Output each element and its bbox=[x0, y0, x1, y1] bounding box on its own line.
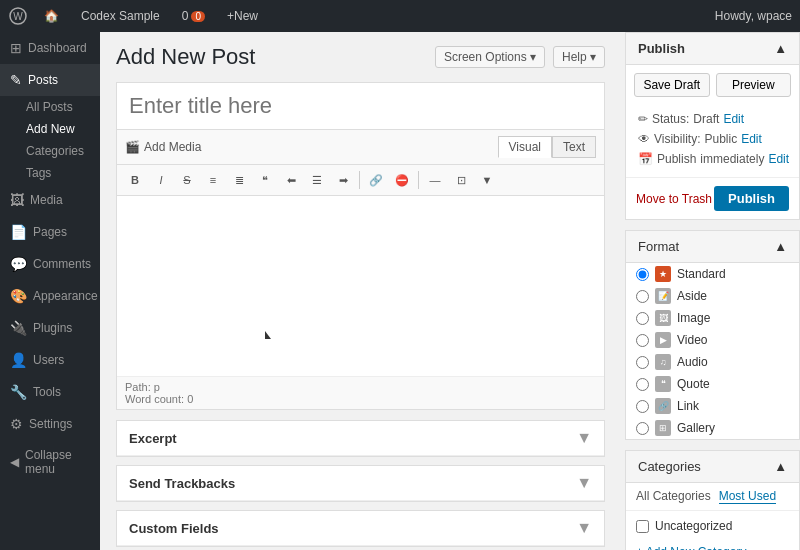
format-item-standard[interactable]: ★ Standard bbox=[626, 263, 799, 285]
sidebar-item-appearance[interactable]: 🎨 Appearance bbox=[0, 280, 100, 312]
editor-tabs: Visual Text bbox=[498, 136, 596, 158]
add-new-category-link[interactable]: + Add New Category bbox=[626, 541, 799, 550]
align-left-button[interactable]: ⬅ bbox=[279, 169, 303, 191]
status-row: ✏ Status: Draft Edit bbox=[638, 109, 787, 129]
strikethrough-button[interactable]: S bbox=[175, 169, 199, 191]
customfields-toggle[interactable]: ▼ bbox=[576, 519, 592, 537]
admin-bar-home[interactable]: 🏠 bbox=[38, 0, 65, 32]
wp-logo-icon[interactable]: W bbox=[8, 6, 28, 26]
status-edit-link[interactable]: Edit bbox=[723, 112, 744, 126]
unlink-button[interactable]: ⛔ bbox=[390, 169, 414, 191]
align-right-button[interactable]: ➡ bbox=[331, 169, 355, 191]
sidebar-sub-categories[interactable]: Categories bbox=[0, 140, 100, 162]
tab-most-used[interactable]: Most Used bbox=[719, 489, 776, 504]
link-button[interactable]: 🔗 bbox=[364, 169, 388, 191]
editor-wrap: 🎬 Add Media Visual Text B I S ≡ ≣ ❝ ⬅ bbox=[116, 82, 605, 410]
screen-options-bar: Screen Options ▾ Help ▾ bbox=[435, 46, 605, 68]
sidebar-item-media[interactable]: 🖼 Media bbox=[0, 184, 100, 216]
sidebar-item-settings[interactable]: ⚙ Settings bbox=[0, 408, 100, 440]
publish-time-edit-link[interactable]: Edit bbox=[768, 152, 789, 166]
add-media-button[interactable]: 🎬 Add Media bbox=[125, 140, 201, 154]
show-toolbar-button[interactable]: ▼ bbox=[475, 169, 499, 191]
format-radio-link[interactable] bbox=[636, 400, 649, 413]
publish-button[interactable]: Publish bbox=[714, 186, 789, 211]
dashboard-icon: ⊞ bbox=[10, 40, 22, 56]
sidebar-item-label: Appearance bbox=[33, 289, 98, 303]
unordered-list-button[interactable]: ≡ bbox=[201, 169, 225, 191]
sidebar-item-pages[interactable]: 📄 Pages bbox=[0, 216, 100, 248]
collapse-menu[interactable]: ◀ Collapse menu bbox=[0, 440, 100, 484]
users-icon: 👤 bbox=[10, 352, 27, 368]
right-column: Publish ▲ Save Draft Preview ✏ Status: D… bbox=[615, 32, 800, 550]
format-item-aside[interactable]: 📝 Aside bbox=[626, 285, 799, 307]
distraction-free-button[interactable]: ⊡ bbox=[449, 169, 473, 191]
insert-more-button[interactable]: — bbox=[423, 169, 447, 191]
format-radio-standard[interactable] bbox=[636, 268, 649, 281]
tab-text[interactable]: Text bbox=[552, 136, 596, 158]
admin-bar-new[interactable]: + New bbox=[221, 0, 264, 32]
content-area: Add New Post Screen Options ▾ Help ▾ 🎬 A… bbox=[100, 32, 800, 550]
excerpt-title: Excerpt bbox=[129, 431, 177, 446]
format-item-gallery[interactable]: ⊞ Gallery bbox=[626, 417, 799, 439]
bold-button[interactable]: B bbox=[123, 169, 147, 191]
visibility-edit-link[interactable]: Edit bbox=[741, 132, 762, 146]
publish-footer: Move to Trash Publish bbox=[626, 177, 799, 219]
move-to-trash-link[interactable]: Move to Trash bbox=[636, 192, 712, 206]
format-radio-quote[interactable] bbox=[636, 378, 649, 391]
status-icon: ✏ bbox=[638, 112, 648, 126]
format-item-quote[interactable]: ❝ Quote bbox=[626, 373, 799, 395]
audio-icon: ♫ bbox=[655, 354, 671, 370]
category-checkbox-uncategorized[interactable] bbox=[636, 520, 649, 533]
help-button[interactable]: Help ▾ bbox=[553, 46, 605, 68]
screen-options-button[interactable]: Screen Options ▾ bbox=[435, 46, 545, 68]
sidebar-item-posts[interactable]: ✎ Posts bbox=[0, 64, 100, 96]
admin-bar-notifications[interactable]: 0 0 bbox=[176, 0, 211, 32]
blockquote-button[interactable]: ❝ bbox=[253, 169, 277, 191]
sidebar-item-tools[interactable]: 🔧 Tools bbox=[0, 376, 100, 408]
trackbacks-title: Send Trackbacks bbox=[129, 476, 235, 491]
format-item-video[interactable]: ▶ Video bbox=[626, 329, 799, 351]
save-draft-button[interactable]: Save Draft bbox=[634, 73, 710, 97]
sidebar-item-comments[interactable]: 💬 Comments bbox=[0, 248, 100, 280]
format-item-link[interactable]: 🔗 Link bbox=[626, 395, 799, 417]
format-radio-aside[interactable] bbox=[636, 290, 649, 303]
sidebar-item-dashboard[interactable]: ⊞ Dashboard bbox=[0, 32, 100, 64]
align-center-button[interactable]: ☰ bbox=[305, 169, 329, 191]
format-radio-audio[interactable] bbox=[636, 356, 649, 369]
pages-icon: 📄 bbox=[10, 224, 27, 240]
comments-icon: 💬 bbox=[10, 256, 27, 272]
sidebar-item-label: Posts bbox=[28, 73, 58, 87]
trackbacks-header[interactable]: Send Trackbacks ▼ bbox=[117, 466, 604, 501]
editor-body[interactable] bbox=[117, 196, 604, 376]
customfields-title: Custom Fields bbox=[129, 521, 219, 536]
format-item-image[interactable]: 🖼 Image bbox=[626, 307, 799, 329]
status-label: Status: bbox=[652, 112, 689, 126]
tab-visual[interactable]: Visual bbox=[498, 136, 552, 158]
title-input[interactable] bbox=[117, 83, 604, 130]
excerpt-header[interactable]: Excerpt ▼ bbox=[117, 421, 604, 456]
tab-all-categories[interactable]: All Categories bbox=[636, 489, 711, 504]
sidebar-item-plugins[interactable]: 🔌 Plugins bbox=[0, 312, 100, 344]
italic-button[interactable]: I bbox=[149, 169, 173, 191]
sidebar: ⊞ Dashboard ✎ Posts All Posts Add New Ca… bbox=[0, 32, 100, 550]
sidebar-item-users[interactable]: 👤 Users bbox=[0, 344, 100, 376]
format-label-link: Link bbox=[677, 399, 699, 413]
trackbacks-toggle[interactable]: ▼ bbox=[576, 474, 592, 492]
sidebar-item-label: Users bbox=[33, 353, 64, 367]
format-radio-video[interactable] bbox=[636, 334, 649, 347]
format-item-audio[interactable]: ♫ Audio bbox=[626, 351, 799, 373]
excerpt-toggle[interactable]: ▼ bbox=[576, 429, 592, 447]
customfields-header[interactable]: Custom Fields ▼ bbox=[117, 511, 604, 546]
admin-bar-site-name[interactable]: Codex Sample bbox=[75, 0, 166, 32]
ordered-list-button[interactable]: ≣ bbox=[227, 169, 251, 191]
categories-tabs: All Categories Most Used bbox=[626, 483, 799, 511]
preview-button[interactable]: Preview bbox=[716, 73, 792, 97]
publish-box-header: Publish ▲ bbox=[626, 33, 799, 65]
sidebar-sub-add-new[interactable]: Add New bbox=[0, 118, 100, 140]
format-radio-image[interactable] bbox=[636, 312, 649, 325]
editor-footer: Path: p Word count: 0 bbox=[117, 376, 604, 409]
sidebar-sub-tags[interactable]: Tags bbox=[0, 162, 100, 184]
sidebar-sub-all-posts[interactable]: All Posts bbox=[0, 96, 100, 118]
visibility-icon: 👁 bbox=[638, 132, 650, 146]
format-radio-gallery[interactable] bbox=[636, 422, 649, 435]
